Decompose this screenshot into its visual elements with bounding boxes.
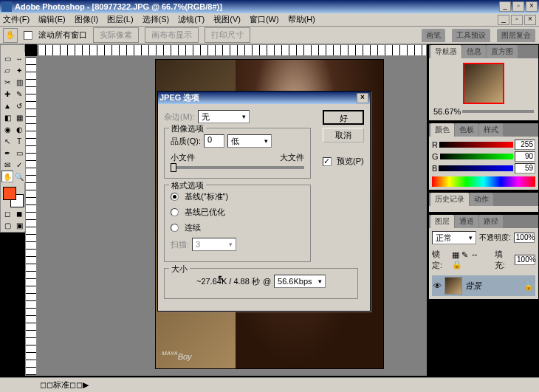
history-brush-tool[interactable]: ↺ (13, 100, 25, 111)
tab-channels[interactable]: 通道 (455, 215, 478, 228)
marquee-tool[interactable]: ▭ (1, 52, 13, 64)
visibility-icon[interactable]: 👁 (433, 281, 442, 290)
zoom-value[interactable]: 56.67% (433, 107, 461, 116)
preview-checkbox[interactable] (323, 157, 332, 166)
menu-filter[interactable]: 滤镜(T) (178, 14, 205, 25)
fit-screen-button[interactable]: 画布布显示 (145, 27, 199, 43)
progressive-radio[interactable] (171, 224, 179, 232)
print-size-button[interactable]: 打印尺寸 (205, 27, 250, 43)
pen-tool[interactable]: ✒ (1, 147, 13, 159)
zoom-tool[interactable]: 🔍 (13, 171, 25, 182)
dialog-close-button[interactable]: × (357, 93, 368, 103)
tab-color[interactable]: 颜色 (430, 123, 454, 137)
eraser-tool[interactable]: ◧ (1, 111, 13, 123)
slice-tool[interactable]: ▥ (13, 76, 25, 88)
tab-swatch[interactable]: 色板 (455, 123, 478, 137)
tab-history[interactable]: 历史记录 (430, 193, 469, 206)
vertical-ruler (25, 56, 37, 376)
scroll-all-checkbox[interactable] (24, 31, 32, 40)
green-value[interactable]: 90 (515, 151, 535, 162)
wand-tool[interactable]: ✦ (13, 64, 25, 76)
matte-select[interactable]: 无 (198, 110, 250, 123)
quality-input[interactable]: 0 (204, 134, 224, 148)
path-tool[interactable]: ↖ (1, 135, 13, 147)
status-bar: ◻◻ 标准 ◻◻ ▶ (0, 377, 539, 392)
tab-layers[interactable]: 图层 (430, 215, 454, 228)
tab-info[interactable]: 信息 (462, 45, 486, 58)
menu-edit[interactable]: 编辑(E) (38, 14, 66, 25)
dialog-titlebar[interactable]: JPEG 选项 × (158, 92, 370, 104)
actual-pixels-button[interactable]: 实际像素 (93, 27, 139, 43)
menu-help[interactable]: 帮助(H) (288, 14, 315, 25)
notes-tool[interactable]: ✉ (1, 159, 13, 171)
hand-tool-icon[interactable]: ✋ (3, 28, 18, 43)
screenmode-2[interactable]: ▣ (13, 219, 25, 231)
lasso-tool[interactable]: ▱ (1, 64, 13, 76)
tab-navigator[interactable]: 导航器 (430, 45, 461, 58)
rate-select[interactable]: 56.6Kbps (274, 275, 326, 288)
blend-mode-select[interactable]: 正常 (432, 231, 476, 244)
eyedropper-tool[interactable]: ✓ (13, 159, 25, 171)
layer-row-background[interactable]: 👁 背景 🔒 (432, 275, 535, 296)
maximize-button[interactable]: ▫ (512, 1, 524, 12)
color-ramp[interactable] (432, 176, 535, 187)
red-value[interactable]: 255 (515, 140, 535, 150)
doc-minimize-button[interactable]: _ (498, 15, 509, 25)
doc-restore-button[interactable]: ▫ (511, 15, 523, 25)
cancel-button[interactable]: 取消 (323, 128, 364, 142)
navigator-thumbnail[interactable] (463, 63, 504, 104)
menu-file[interactable]: 文件(F) (3, 14, 30, 25)
screenmode-1[interactable]: ▢ (1, 219, 13, 231)
blue-value[interactable]: 59 (515, 163, 535, 173)
quality-slider[interactable] (171, 166, 304, 169)
tab-composite[interactable]: 图层复合 (497, 29, 535, 42)
size-value: ~27.64K / 4.88 秒 (196, 276, 260, 287)
shape-tool[interactable]: ▭ (13, 147, 25, 159)
tab-presets[interactable]: 工具预设 (452, 29, 490, 42)
app-icon (1, 1, 12, 12)
green-slider[interactable] (440, 154, 513, 159)
brush-tool[interactable]: ✎ (13, 88, 25, 100)
status-label: 标准 (53, 379, 69, 391)
move-tool[interactable]: ↔ (13, 52, 25, 64)
blue-slider[interactable] (439, 165, 513, 171)
minimize-button[interactable]: _ (499, 1, 511, 12)
menu-image[interactable]: 图像(I) (75, 14, 98, 25)
window-titlebar: Adobe Photoshop - [80977322.JPG @ 66.7%(… (0, 0, 539, 13)
preview-label: 预览(P) (337, 157, 364, 165)
tab-paths[interactable]: 路径 (479, 215, 503, 228)
fill-value[interactable]: 100% (515, 255, 535, 265)
tab-actions[interactable]: 动作 (470, 193, 493, 206)
color-swatch[interactable] (1, 185, 25, 207)
menu-select[interactable]: 选择(S) (143, 14, 170, 25)
zoom-slider[interactable] (462, 110, 534, 113)
ok-button[interactable]: 好 (323, 110, 364, 125)
menu-layer[interactable]: 图层(L) (107, 14, 133, 25)
baseline-standard-radio[interactable] (171, 193, 179, 201)
tab-brush[interactable]: 画笔 (422, 29, 445, 42)
quickmask-off[interactable]: ◻ (1, 207, 13, 219)
tab-histogram[interactable]: 直方图 (487, 45, 518, 58)
gradient-tool[interactable]: ▦ (13, 111, 25, 123)
navigator-panel: 导航器 信息 直方图 56.67% (428, 44, 539, 121)
opacity-value[interactable]: 100% (514, 233, 535, 243)
quickmask-on[interactable]: ◼ (13, 207, 25, 219)
type-tool[interactable]: T (13, 135, 25, 147)
menu-window[interactable]: 窗口(W) (250, 14, 279, 25)
dodge-tool[interactable]: ◐ (13, 123, 25, 135)
tab-styles[interactable]: 样式 (479, 123, 503, 137)
heal-tool[interactable]: ✚ (1, 88, 13, 100)
crop-tool[interactable]: ✂ (1, 76, 13, 88)
large-file-label: 大文件 (280, 152, 304, 163)
matte-label: 杂边(M): (164, 111, 195, 123)
foreground-color[interactable] (3, 187, 16, 200)
baseline-optimized-radio[interactable] (171, 208, 179, 216)
doc-close-button[interactable]: × (524, 15, 536, 25)
hand-tool[interactable]: ✋ (1, 171, 13, 182)
red-slider[interactable] (439, 142, 513, 148)
close-button[interactable]: × (526, 1, 538, 12)
menu-view[interactable]: 视图(V) (213, 14, 241, 25)
quality-preset-select[interactable]: 低 (227, 134, 272, 148)
stamp-tool[interactable]: ▲ (1, 100, 13, 111)
blur-tool[interactable]: ◉ (1, 123, 13, 135)
